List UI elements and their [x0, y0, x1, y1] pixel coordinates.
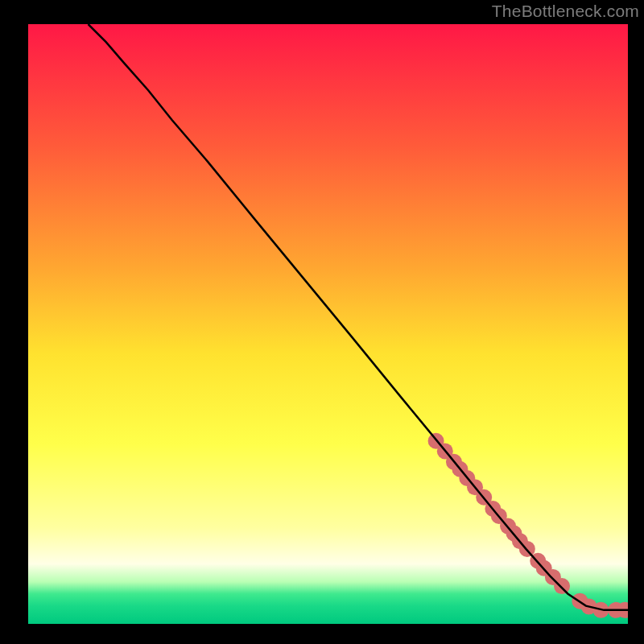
chart-frame: TheBottleneck.com [0, 0, 644, 644]
chart-plot-area [28, 24, 628, 624]
attribution-label: TheBottleneck.com [492, 2, 639, 21]
gradient-background [28, 24, 628, 624]
chart-svg [28, 24, 628, 624]
scatter-dot [554, 578, 570, 594]
